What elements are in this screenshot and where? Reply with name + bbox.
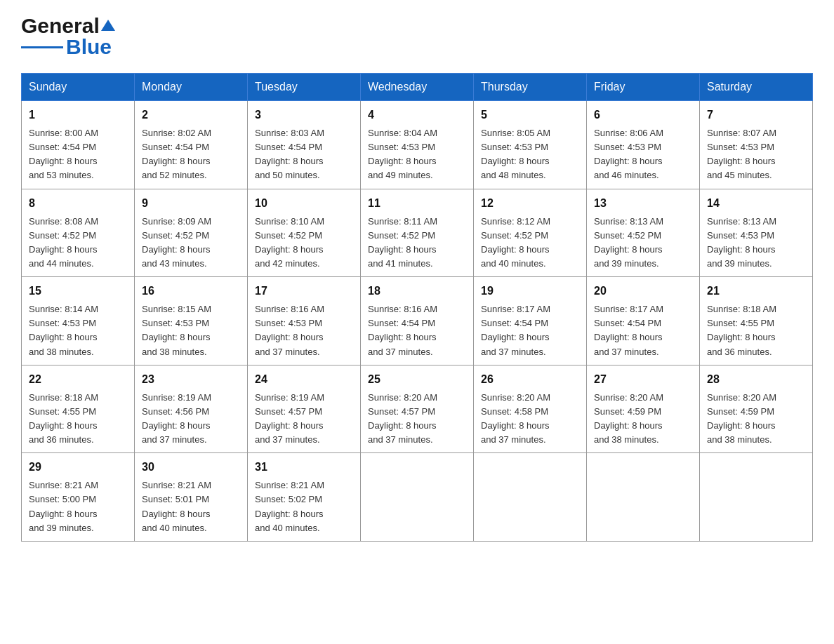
day-number: 4 (368, 107, 466, 123)
calendar-cell: 13 Sunrise: 8:13 AMSunset: 4:52 PMDaylig… (587, 189, 700, 277)
calendar-cell: 12 Sunrise: 8:12 AMSunset: 4:52 PMDaylig… (474, 189, 587, 277)
day-number: 12 (481, 195, 579, 212)
day-number: 19 (481, 283, 579, 300)
logo-blue-text: Blue (66, 35, 112, 59)
day-number: 1 (29, 107, 127, 123)
calendar-cell: 18 Sunrise: 8:16 AMSunset: 4:54 PMDaylig… (361, 277, 474, 365)
day-info: Sunrise: 8:21 AMSunset: 5:01 PMDaylight:… (142, 478, 240, 535)
calendar-week-row: 1 Sunrise: 8:00 AMSunset: 4:54 PMDayligh… (22, 101, 813, 189)
day-info: Sunrise: 8:13 AMSunset: 4:53 PMDaylight:… (707, 215, 805, 271)
calendar-cell: 10 Sunrise: 8:10 AMSunset: 4:52 PMDaylig… (248, 189, 361, 277)
day-number: 5 (481, 107, 579, 123)
day-number: 13 (594, 195, 692, 212)
calendar-cell: 2 Sunrise: 8:02 AMSunset: 4:54 PMDayligh… (135, 101, 248, 189)
calendar-cell: 15 Sunrise: 8:14 AMSunset: 4:53 PMDaylig… (22, 277, 135, 365)
day-number: 31 (255, 459, 353, 476)
calendar-cell: 7 Sunrise: 8:07 AMSunset: 4:53 PMDayligh… (700, 101, 813, 189)
day-info: Sunrise: 8:20 AMSunset: 4:57 PMDaylight:… (368, 391, 466, 448)
day-number: 30 (142, 459, 240, 476)
day-number: 23 (142, 371, 240, 388)
col-header-tuesday: Tuesday (248, 74, 361, 101)
day-info: Sunrise: 8:03 AMSunset: 4:54 PMDaylight:… (255, 126, 353, 183)
col-header-monday: Monday (135, 74, 248, 101)
calendar-cell: 1 Sunrise: 8:00 AMSunset: 4:54 PMDayligh… (22, 101, 135, 189)
col-header-thursday: Thursday (474, 74, 587, 101)
day-number: 7 (707, 107, 805, 123)
calendar-cell (587, 453, 700, 542)
col-header-friday: Friday (587, 74, 700, 101)
calendar-cell: 26 Sunrise: 8:20 AMSunset: 4:58 PMDaylig… (474, 365, 587, 453)
day-info: Sunrise: 8:09 AMSunset: 4:52 PMDaylight:… (142, 215, 240, 271)
day-number: 29 (29, 459, 127, 476)
calendar-cell: 22 Sunrise: 8:18 AMSunset: 4:55 PMDaylig… (22, 365, 135, 453)
day-info: Sunrise: 8:10 AMSunset: 4:52 PMDaylight:… (255, 215, 353, 271)
calendar-cell: 8 Sunrise: 8:08 AMSunset: 4:52 PMDayligh… (22, 189, 135, 277)
logo-triangle-icon (100, 18, 116, 33)
day-info: Sunrise: 8:04 AMSunset: 4:53 PMDaylight:… (368, 126, 466, 183)
day-number: 10 (255, 195, 353, 212)
day-number: 14 (707, 195, 805, 212)
day-number: 21 (707, 283, 805, 300)
day-number: 18 (368, 283, 466, 300)
day-info: Sunrise: 8:21 AMSunset: 5:02 PMDaylight:… (255, 478, 353, 535)
calendar-week-row: 15 Sunrise: 8:14 AMSunset: 4:53 PMDaylig… (22, 277, 813, 365)
day-info: Sunrise: 8:06 AMSunset: 4:53 PMDaylight:… (594, 126, 692, 183)
calendar-cell (700, 453, 813, 542)
day-number: 15 (29, 283, 127, 300)
svg-marker-0 (101, 20, 115, 31)
day-info: Sunrise: 8:20 AMSunset: 4:59 PMDaylight:… (594, 391, 692, 448)
calendar-cell: 11 Sunrise: 8:11 AMSunset: 4:52 PMDaylig… (361, 189, 474, 277)
day-info: Sunrise: 8:14 AMSunset: 4:53 PMDaylight:… (29, 302, 127, 359)
calendar-cell: 4 Sunrise: 8:04 AMSunset: 4:53 PMDayligh… (361, 101, 474, 189)
calendar-cell: 20 Sunrise: 8:17 AMSunset: 4:54 PMDaylig… (587, 277, 700, 365)
day-number: 25 (368, 371, 466, 388)
day-info: Sunrise: 8:19 AMSunset: 4:57 PMDaylight:… (255, 391, 353, 448)
day-info: Sunrise: 8:20 AMSunset: 4:59 PMDaylight:… (707, 391, 805, 448)
calendar-cell: 17 Sunrise: 8:16 AMSunset: 4:53 PMDaylig… (248, 277, 361, 365)
day-number: 11 (368, 195, 466, 212)
calendar-cell: 21 Sunrise: 8:18 AMSunset: 4:55 PMDaylig… (700, 277, 813, 365)
calendar-week-row: 22 Sunrise: 8:18 AMSunset: 4:55 PMDaylig… (22, 365, 813, 453)
day-info: Sunrise: 8:20 AMSunset: 4:58 PMDaylight:… (481, 391, 579, 448)
calendar-cell: 30 Sunrise: 8:21 AMSunset: 5:01 PMDaylig… (135, 453, 248, 542)
logo-general-text: General (21, 14, 100, 38)
day-number: 26 (481, 371, 579, 388)
day-number: 2 (142, 107, 240, 123)
day-info: Sunrise: 8:08 AMSunset: 4:52 PMDaylight:… (29, 215, 127, 271)
day-number: 20 (594, 283, 692, 300)
calendar-cell: 14 Sunrise: 8:13 AMSunset: 4:53 PMDaylig… (700, 189, 813, 277)
calendar-cell: 5 Sunrise: 8:05 AMSunset: 4:53 PMDayligh… (474, 101, 587, 189)
day-number: 6 (594, 107, 692, 123)
calendar-cell: 25 Sunrise: 8:20 AMSunset: 4:57 PMDaylig… (361, 365, 474, 453)
day-info: Sunrise: 8:18 AMSunset: 4:55 PMDaylight:… (29, 391, 127, 448)
day-info: Sunrise: 8:12 AMSunset: 4:52 PMDaylight:… (481, 215, 579, 271)
calendar-cell: 16 Sunrise: 8:15 AMSunset: 4:53 PMDaylig… (135, 277, 248, 365)
day-number: 22 (29, 371, 127, 388)
calendar-cell (474, 453, 587, 542)
day-info: Sunrise: 8:16 AMSunset: 4:53 PMDaylight:… (255, 302, 353, 359)
day-info: Sunrise: 8:16 AMSunset: 4:54 PMDaylight:… (368, 302, 466, 359)
day-number: 28 (707, 371, 805, 388)
logo-line (21, 46, 63, 48)
col-header-saturday: Saturday (700, 74, 813, 101)
day-number: 16 (142, 283, 240, 300)
calendar-cell: 6 Sunrise: 8:06 AMSunset: 4:53 PMDayligh… (587, 101, 700, 189)
day-number: 24 (255, 371, 353, 388)
calendar-week-row: 8 Sunrise: 8:08 AMSunset: 4:52 PMDayligh… (22, 189, 813, 277)
col-header-wednesday: Wednesday (361, 74, 474, 101)
logo: General Blue (21, 14, 116, 59)
day-info: Sunrise: 8:05 AMSunset: 4:53 PMDaylight:… (481, 126, 579, 183)
day-info: Sunrise: 8:17 AMSunset: 4:54 PMDaylight:… (481, 302, 579, 359)
day-number: 9 (142, 195, 240, 212)
calendar-cell: 9 Sunrise: 8:09 AMSunset: 4:52 PMDayligh… (135, 189, 248, 277)
calendar-cell: 24 Sunrise: 8:19 AMSunset: 4:57 PMDaylig… (248, 365, 361, 453)
calendar-cell: 28 Sunrise: 8:20 AMSunset: 4:59 PMDaylig… (700, 365, 813, 453)
day-number: 3 (255, 107, 353, 123)
day-info: Sunrise: 8:11 AMSunset: 4:52 PMDaylight:… (368, 215, 466, 271)
day-info: Sunrise: 8:18 AMSunset: 4:55 PMDaylight:… (707, 302, 805, 359)
calendar-cell (361, 453, 474, 542)
day-number: 8 (29, 195, 127, 212)
calendar-cell: 23 Sunrise: 8:19 AMSunset: 4:56 PMDaylig… (135, 365, 248, 453)
day-info: Sunrise: 8:00 AMSunset: 4:54 PMDaylight:… (29, 126, 127, 183)
calendar-cell: 19 Sunrise: 8:17 AMSunset: 4:54 PMDaylig… (474, 277, 587, 365)
